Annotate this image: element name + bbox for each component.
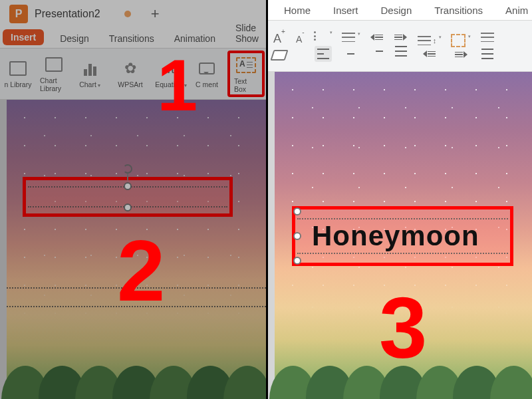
ribbon-tabs-left: Insert Design Transitions Animation Slid… bbox=[0, 28, 266, 48]
slide-foreground-bushes bbox=[7, 366, 266, 399]
bullet-list-icon bbox=[314, 30, 327, 42]
arrow-right-icon bbox=[464, 51, 467, 58]
chevron-down-icon: ▾ bbox=[439, 35, 442, 40]
title-bar: P Presentation2 + bbox=[0, 0, 266, 28]
chart-library-label: Chart Library bbox=[40, 76, 68, 92]
arrow-left-icon bbox=[370, 34, 374, 41]
step-number-1: 1 bbox=[157, 43, 198, 127]
tab-transitions[interactable]: Transitions bbox=[105, 32, 158, 45]
tab-transitions[interactable]: Transitions bbox=[430, 3, 487, 17]
vertical-align-icon bbox=[481, 31, 494, 43]
align-left-button[interactable] bbox=[315, 46, 332, 62]
chevron-down-icon: ▾ bbox=[330, 30, 332, 35]
tab-animation-truncated[interactable]: Anim bbox=[501, 3, 532, 17]
align-justify-button[interactable] bbox=[394, 45, 408, 58]
chart-library-icon bbox=[44, 55, 64, 74]
text-direction-icon bbox=[451, 34, 466, 47]
tab-insert[interactable]: Insert bbox=[329, 3, 362, 17]
chart-label: Chart bbox=[79, 80, 96, 88]
align-left-icon bbox=[316, 47, 331, 61]
clear-format-icon[interactable] bbox=[270, 50, 288, 61]
updown-arrows-icon: ↕ bbox=[433, 37, 437, 45]
align-right-icon bbox=[370, 45, 384, 58]
line-spacing-icon bbox=[418, 35, 431, 47]
wpsart-icon: ✿ bbox=[120, 59, 140, 78]
ribbon-toolbar-left: n Library Chart Library Chart▾ ✿ WPSArt … bbox=[0, 48, 266, 100]
chart-button[interactable]: Chart▾ bbox=[74, 58, 105, 90]
text-box-button[interactable]: Text Box bbox=[227, 51, 265, 97]
decrease-indent-button[interactable] bbox=[370, 34, 383, 41]
distribute-icon bbox=[480, 47, 495, 61]
text-direction-button[interactable]: ▾ bbox=[451, 34, 471, 47]
empty-text-box[interactable] bbox=[23, 177, 233, 217]
tab-home[interactable]: Home bbox=[280, 3, 315, 17]
align-text-button[interactable] bbox=[481, 31, 494, 43]
ribbon-toolbar-right: A+ A- ▾ ▾ ↕▾ bbox=[268, 20, 532, 72]
resize-handle-icon[interactable] bbox=[293, 207, 301, 215]
arrow-left-icon bbox=[423, 51, 427, 57]
decrease-font-button[interactable]: A- bbox=[296, 33, 305, 45]
resize-handle-icon[interactable] bbox=[124, 182, 132, 190]
step-number-3: 3 bbox=[379, 278, 427, 378]
text-box-label: Text Box bbox=[234, 77, 258, 93]
slide-gutter bbox=[0, 100, 7, 399]
resize-handle-icon[interactable] bbox=[293, 257, 301, 265]
line-spacing-button[interactable]: ↕▾ bbox=[418, 35, 442, 47]
text-box-icon bbox=[236, 56, 256, 74]
font-shrink-icon: A- bbox=[296, 33, 305, 45]
distribute-button[interactable] bbox=[480, 47, 495, 61]
rotate-handle-icon[interactable] bbox=[123, 164, 132, 180]
bar-chart-icon bbox=[80, 59, 100, 78]
lines-icon bbox=[394, 35, 402, 41]
number-list-icon bbox=[342, 31, 355, 43]
step-number-2: 2 bbox=[117, 221, 165, 321]
wpsart-label: WPSArt bbox=[118, 80, 142, 88]
tab-design[interactable]: Design bbox=[56, 32, 93, 45]
lines-icon bbox=[455, 52, 463, 58]
bullets-button[interactable]: ▾ bbox=[314, 30, 332, 42]
tab-slideshow[interactable]: Slide Show bbox=[231, 21, 263, 45]
indent-button[interactable] bbox=[455, 51, 467, 58]
increase-font-button[interactable]: A+ bbox=[273, 32, 285, 46]
align-justify-icon bbox=[394, 45, 408, 58]
chevron-down-icon: ▾ bbox=[468, 34, 471, 39]
wpsart-button[interactable]: ✿ WPSArt bbox=[110, 58, 150, 90]
font-grow-icon: A+ bbox=[273, 32, 285, 46]
chevron-down-icon: ▾ bbox=[98, 82, 100, 88]
arrow-right-icon bbox=[403, 34, 407, 41]
resize-handle-icon[interactable] bbox=[124, 203, 132, 211]
align-right-button[interactable] bbox=[370, 45, 384, 58]
document-title: Presentation2 bbox=[35, 8, 100, 20]
ribbon-tabs-right: Home Insert Design Transitions Anim bbox=[268, 0, 532, 20]
textbox-border-dashed bbox=[297, 218, 508, 219]
align-center-icon bbox=[344, 47, 358, 61]
new-tab-button[interactable]: + bbox=[151, 5, 160, 23]
align-center-button[interactable] bbox=[344, 47, 358, 61]
chevron-down-icon: ▾ bbox=[358, 31, 360, 37]
icon-library-button[interactable]: n Library bbox=[3, 58, 33, 90]
chart-library-button[interactable]: Chart Library bbox=[39, 54, 69, 94]
app-logo-icon: P bbox=[9, 5, 28, 23]
comment-label: C ment bbox=[196, 80, 218, 88]
textbox-content[interactable]: Honeymoon bbox=[312, 220, 479, 252]
slide-gutter bbox=[268, 72, 275, 399]
numbering-button[interactable]: ▾ bbox=[342, 31, 360, 43]
icon-library-label: n Library bbox=[5, 80, 32, 88]
outdent-button[interactable] bbox=[423, 51, 436, 57]
lines-icon bbox=[428, 51, 436, 57]
increase-indent-button[interactable] bbox=[394, 34, 407, 41]
textbox-border-dashed bbox=[297, 253, 508, 254]
resize-handle-icon[interactable] bbox=[293, 232, 301, 240]
filled-text-box[interactable]: Honeymoon bbox=[292, 206, 513, 266]
tab-insert[interactable]: Insert bbox=[3, 29, 44, 45]
tutorial-panel-left: P Presentation2 + Insert Design Transiti… bbox=[0, 0, 266, 399]
tab-design[interactable]: Design bbox=[377, 3, 416, 17]
comment-icon bbox=[197, 59, 217, 78]
unsaved-indicator-icon bbox=[124, 11, 131, 17]
image-icon bbox=[8, 59, 28, 78]
lines-icon bbox=[375, 35, 383, 41]
